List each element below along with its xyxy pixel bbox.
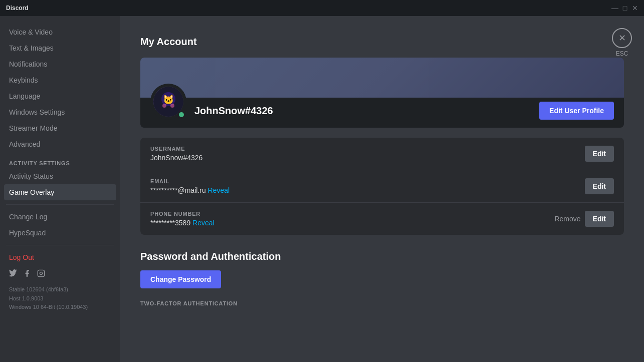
- version-line1: Stable 102604 (4bf6fa3): [9, 285, 111, 294]
- version-line2: Host 1.0.9003: [9, 294, 111, 303]
- app-body: Voice & Video Text & Images Notification…: [0, 16, 644, 362]
- username-field-row: USERNAME JohnSnow#4326 Edit: [140, 138, 624, 170]
- phone-field-row: PHONE NUMBER *********3589 Reveal Remove…: [140, 203, 624, 235]
- close-settings-button[interactable]: ✕ ESC: [612, 28, 632, 57]
- sidebar-item-streamer-mode[interactable]: Streamer Mode: [4, 120, 116, 136]
- username-edit-button[interactable]: Edit: [585, 146, 614, 162]
- app-title: Discord: [6, 5, 29, 12]
- email-edit-button[interactable]: Edit: [585, 178, 614, 194]
- sidebar: Voice & Video Text & Images Notification…: [0, 16, 120, 362]
- svg-point-6: [170, 104, 174, 108]
- twitter-icon[interactable]: [9, 269, 17, 279]
- close-window-button[interactable]: ✕: [632, 5, 638, 11]
- sidebar-divider-1: [6, 204, 114, 205]
- sidebar-item-activity-status[interactable]: Activity Status: [4, 168, 116, 184]
- sidebar-item-language[interactable]: Language: [4, 88, 116, 104]
- username-actions: Edit: [585, 146, 614, 162]
- password-section-title: Password and Authentication: [140, 251, 624, 262]
- online-indicator: [177, 111, 185, 119]
- phone-field-left: PHONE NUMBER *********3589 Reveal: [150, 211, 214, 227]
- phone-actions: Remove Edit: [554, 211, 614, 227]
- email-label: EMAIL: [150, 178, 230, 184]
- sidebar-item-game-overlay[interactable]: Game Overlay: [4, 184, 116, 200]
- facebook-icon[interactable]: [23, 269, 31, 279]
- title-bar: Discord — □ ✕: [0, 0, 644, 16]
- maximize-button[interactable]: □: [622, 5, 628, 11]
- sidebar-item-keybinds[interactable]: Keybinds: [4, 72, 116, 88]
- sidebar-item-logout[interactable]: Log Out: [4, 249, 116, 265]
- sidebar-item-voice-video[interactable]: Voice & Video: [4, 24, 116, 40]
- sidebar-item-change-log[interactable]: Change Log: [4, 209, 116, 225]
- profile-username-display: JohnSnow#4326: [194, 101, 531, 117]
- svg-text:🐱: 🐱: [163, 94, 174, 105]
- sidebar-item-windows-settings[interactable]: Windows Settings: [4, 104, 116, 120]
- phone-reveal-link[interactable]: Reveal: [192, 219, 214, 227]
- email-actions: Edit: [585, 178, 614, 194]
- version-line3: Windows 10 64-Bit (10.0.19043): [9, 303, 111, 312]
- profile-card: 🐱 JohnSnow#4326 Edit User Profile: [140, 58, 624, 128]
- sidebar-item-hypesquad[interactable]: HypeSquad: [4, 225, 116, 241]
- main-content: ✕ ESC My Account 🐱: [120, 16, 644, 362]
- email-field-row: EMAIL **********@mail.ru Reveal Edit: [140, 170, 624, 203]
- username-field-left: USERNAME JohnSnow#4326: [150, 146, 202, 162]
- close-label: ESC: [616, 50, 628, 57]
- svg-point-5: [162, 104, 166, 108]
- minimize-button[interactable]: —: [612, 5, 618, 11]
- email-field-left: EMAIL **********@mail.ru Reveal: [150, 178, 230, 194]
- version-info: Stable 102604 (4bf6fa3) Host 1.0.9003 Wi…: [4, 283, 116, 314]
- close-icon: ✕: [612, 28, 632, 48]
- two-factor-label: TWO-FACTOR AUTHENTICATION: [140, 300, 624, 306]
- sidebar-item-advanced[interactable]: Advanced: [4, 136, 116, 152]
- email-reveal-link[interactable]: Reveal: [208, 186, 230, 194]
- username-value: JohnSnow#4326: [150, 154, 202, 162]
- profile-info-row: 🐱 JohnSnow#4326 Edit User Profile: [140, 98, 624, 128]
- window-controls: — □ ✕: [612, 5, 638, 11]
- account-fields: USERNAME JohnSnow#4326 Edit EMAIL ******…: [140, 138, 624, 235]
- phone-value: *********3589 Reveal: [150, 219, 214, 227]
- svg-rect-0: [38, 270, 44, 276]
- social-icons-row: [4, 265, 116, 283]
- sidebar-divider-2: [6, 245, 114, 245]
- profile-banner: [140, 58, 624, 98]
- email-value: **********@mail.ru Reveal: [150, 186, 230, 194]
- activity-settings-section-label: ACTIVITY SETTINGS: [4, 152, 116, 168]
- phone-remove-link[interactable]: Remove: [554, 215, 580, 223]
- username-label: USERNAME: [150, 146, 202, 152]
- phone-edit-button[interactable]: Edit: [585, 211, 614, 227]
- edit-user-profile-button[interactable]: Edit User Profile: [539, 102, 614, 120]
- page-title: My Account: [140, 36, 624, 48]
- avatar-wrapper: 🐱: [150, 84, 186, 120]
- change-password-button[interactable]: Change Password: [140, 270, 221, 288]
- sidebar-item-text-images[interactable]: Text & Images: [4, 40, 116, 56]
- sidebar-item-notifications[interactable]: Notifications: [4, 56, 116, 72]
- instagram-icon[interactable]: [37, 269, 45, 279]
- phone-label: PHONE NUMBER: [150, 211, 214, 217]
